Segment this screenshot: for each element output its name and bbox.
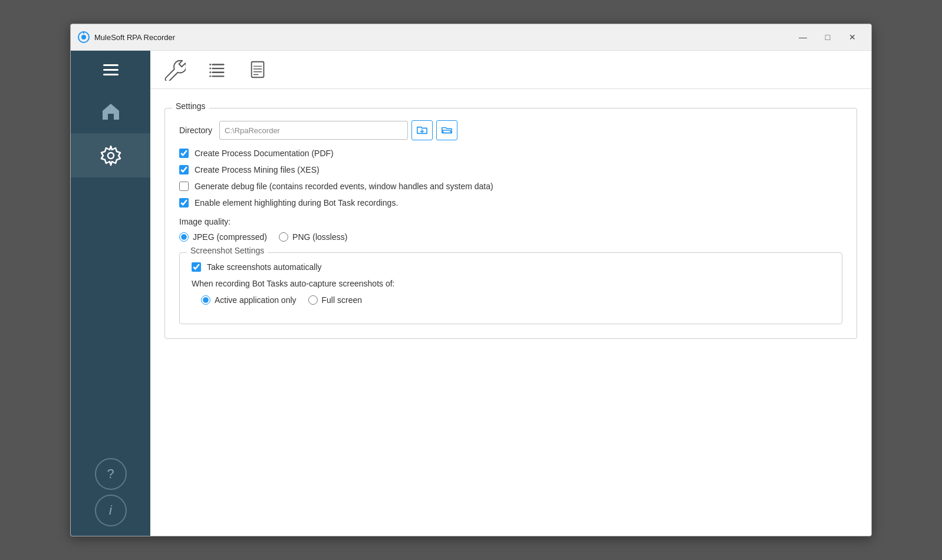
svg-point-11: [209, 75, 211, 77]
svg-point-3: [108, 153, 114, 159]
take-screenshots-row: Take screenshots automatically: [192, 262, 830, 272]
debug-label[interactable]: Generate debug file (contains recorded e…: [195, 182, 493, 191]
wrench-icon: [163, 58, 186, 81]
directory-label: Directory: [179, 126, 212, 135]
open-folder-button[interactable]: [436, 120, 457, 140]
directory-input[interactable]: [219, 121, 408, 140]
debug-checkbox[interactable]: [179, 182, 189, 191]
active-app-label: Active application only: [215, 295, 297, 305]
document-icon: [248, 60, 268, 80]
fullscreen-label: Full screen: [322, 295, 362, 305]
jpeg-label: JPEG (compressed): [193, 232, 267, 242]
jpeg-option[interactable]: JPEG (compressed): [179, 232, 267, 242]
hamburger-icon: [103, 64, 118, 75]
highlight-label[interactable]: Enable element highlighting during Bot T…: [195, 198, 398, 207]
settings-group-label: Settings: [172, 101, 209, 111]
active-app-radio[interactable]: [201, 295, 210, 305]
app-logo-icon: [78, 31, 90, 43]
app-window: MuleSoft RPA Recorder — □ ✕: [70, 24, 872, 536]
wrench-button[interactable]: [160, 55, 189, 84]
sidebar-item-home[interactable]: [71, 89, 150, 133]
capture-options: Active application only Full screen: [192, 295, 830, 305]
image-quality-label: Image quality:: [179, 217, 842, 226]
svg-point-8: [209, 64, 211, 65]
content-area: Settings Directory: [150, 51, 871, 536]
info-button[interactable]: i: [95, 495, 127, 526]
home-icon: [100, 101, 121, 122]
app-title: MuleSoft RPA Recorder: [94, 33, 791, 42]
open-folder-icon: [441, 125, 453, 136]
checkbox-debug: Generate debug file (contains recorded e…: [179, 182, 842, 191]
close-button[interactable]: ✕: [841, 28, 864, 46]
checkbox-highlight: Enable element highlighting during Bot T…: [179, 198, 842, 207]
svg-rect-12: [252, 62, 264, 77]
settings-panel: Settings Directory: [150, 89, 871, 536]
document-button[interactable]: [245, 56, 272, 83]
new-folder-button[interactable]: [411, 120, 433, 140]
minimize-button[interactable]: —: [791, 28, 815, 46]
active-app-option[interactable]: Active application only: [201, 295, 297, 305]
image-quality-options: JPEG (compressed) PNG (lossless): [179, 232, 842, 242]
toolbar: [150, 51, 871, 89]
pdf-label[interactable]: Create Process Documentation (PDF): [195, 149, 334, 158]
auto-capture-label: When recording Bot Tasks auto-capture sc…: [192, 279, 830, 288]
maximize-button[interactable]: □: [816, 28, 839, 46]
checkbox-xes: Create Process Mining files (XES): [179, 165, 842, 174]
info-icon: i: [109, 503, 112, 518]
pdf-checkbox[interactable]: [179, 149, 189, 158]
screenshot-settings-group: Screenshot Settings Take screenshots aut…: [179, 252, 842, 324]
screenshot-group-label: Screenshot Settings: [187, 246, 268, 255]
main-layout: ? i: [71, 51, 871, 536]
sidebar-item-settings[interactable]: [71, 133, 150, 177]
sidebar-bottom: ? i: [95, 458, 127, 536]
svg-point-1: [81, 35, 86, 39]
checkbox-pdf: Create Process Documentation (PDF): [179, 149, 842, 158]
window-controls: — □ ✕: [791, 28, 864, 46]
title-bar: MuleSoft RPA Recorder — □ ✕: [71, 24, 871, 51]
list-icon: [207, 60, 227, 80]
png-radio[interactable]: [279, 232, 288, 242]
settings-group: Settings Directory: [164, 108, 857, 339]
help-icon: ?: [107, 466, 114, 482]
take-screenshots-label[interactable]: Take screenshots automatically: [207, 262, 322, 272]
svg-point-9: [209, 68, 211, 70]
xes-label[interactable]: Create Process Mining files (XES): [195, 165, 320, 174]
gear-icon: [100, 145, 121, 166]
svg-point-10: [209, 71, 211, 73]
sidebar: ? i: [71, 51, 150, 536]
jpeg-radio[interactable]: [179, 232, 189, 242]
directory-row: Directory: [179, 120, 842, 140]
fullscreen-option[interactable]: Full screen: [308, 295, 362, 305]
take-screenshots-checkbox[interactable]: [192, 262, 201, 272]
png-option[interactable]: PNG (lossless): [279, 232, 347, 242]
xes-checkbox[interactable]: [179, 165, 189, 174]
highlight-checkbox[interactable]: [179, 198, 189, 207]
menu-toggle-button[interactable]: [71, 51, 150, 89]
fullscreen-radio[interactable]: [308, 295, 318, 305]
new-folder-icon: [416, 125, 428, 136]
png-label: PNG (lossless): [292, 232, 347, 242]
help-button[interactable]: ?: [95, 458, 127, 490]
list-button[interactable]: [203, 56, 230, 83]
